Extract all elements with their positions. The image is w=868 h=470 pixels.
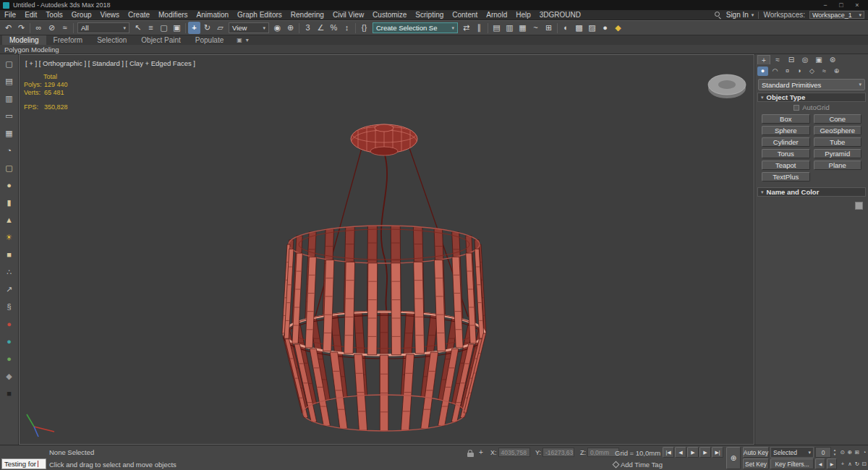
mirror-icon[interactable]: ⇄: [460, 22, 472, 34]
spinner-up-icon[interactable]: ▲: [833, 448, 836, 452]
cone-primitive-icon[interactable]: ▲: [4, 214, 15, 226]
align-icon[interactable]: ∥: [473, 22, 485, 34]
select-and-link-icon[interactable]: ∞: [33, 22, 45, 34]
select-and-scale-icon[interactable]: ▱: [214, 22, 226, 34]
motion-tab[interactable]: ◎: [799, 55, 812, 64]
cameras-category-icon[interactable]: ◗: [794, 67, 805, 76]
tab-modeling[interactable]: Modeling: [2, 35, 46, 45]
x-coordinate-field[interactable]: 4035,758: [498, 448, 530, 457]
redo-icon[interactable]: ↷: [15, 22, 27, 34]
previous-frame-icon[interactable]: ◀: [675, 447, 686, 458]
autogrid-checkbox[interactable]: [793, 105, 799, 111]
red-material-icon[interactable]: ●: [4, 318, 15, 330]
sign-in-button[interactable]: Sign In ▾: [726, 11, 754, 19]
lights-category-icon[interactable]: ¤: [782, 67, 793, 76]
spinner-down-icon[interactable]: ▼: [833, 453, 836, 456]
angle-snap-icon[interactable]: ∠: [315, 22, 327, 34]
menu-scripting[interactable]: Scripting: [411, 10, 448, 20]
gray-diamond-icon[interactable]: ◆: [4, 370, 15, 382]
select-and-move-icon[interactable]: +: [188, 22, 200, 34]
next-frame-icon[interactable]: ▶: [699, 447, 711, 458]
tab-selection[interactable]: Selection: [90, 35, 134, 45]
ribbon-options-caret-icon[interactable]: ▾: [246, 37, 249, 43]
teal-sphere-icon[interactable]: ●: [4, 336, 15, 347]
auto-key-button[interactable]: Auto Key: [743, 447, 769, 458]
curve-editor-icon[interactable]: ~: [529, 22, 542, 34]
dark-swatch-icon[interactable]: ■: [4, 388, 15, 399]
geosphere-button[interactable]: GeoSphere: [814, 126, 862, 135]
walk-through-icon[interactable]: ∧: [846, 458, 854, 469]
space-warps-category-icon[interactable]: ≈: [819, 67, 830, 76]
tab-populate[interactable]: Populate: [188, 35, 231, 45]
undo-icon[interactable]: ↶: [2, 22, 14, 34]
display-tab[interactable]: ▣: [812, 55, 825, 64]
shapes-category-icon[interactable]: ◠: [770, 67, 780, 76]
primitives-dropdown[interactable]: Standard Primitives ▾: [758, 79, 865, 90]
menu-group[interactable]: Group: [67, 10, 96, 20]
create-tab[interactable]: +: [757, 55, 770, 64]
menu-3dground[interactable]: 3DGROUND: [535, 10, 585, 20]
script-listener-overlay[interactable]: Testing for: [1, 458, 46, 469]
previous-key-button[interactable]: ◀: [815, 458, 825, 469]
menu-create[interactable]: Create: [124, 10, 154, 20]
schematic-view-icon[interactable]: ⊞: [542, 22, 555, 34]
next-key-button[interactable]: ▶: [827, 458, 837, 469]
zoom-icon[interactable]: ⊙: [839, 447, 846, 458]
menu-graph-editors[interactable]: Graph Editors: [233, 10, 286, 20]
bone-tool-icon[interactable]: §: [4, 301, 15, 312]
play-icon[interactable]: ▶: [687, 447, 699, 458]
cylinder-primitive-icon[interactable]: ▮: [4, 197, 15, 208]
hierarchy-tab[interactable]: ⊟: [785, 55, 798, 64]
green-helper-icon[interactable]: ●: [4, 353, 15, 364]
tab-object-paint[interactable]: Object Paint: [134, 35, 187, 45]
window-crossing-icon[interactable]: ▣: [171, 22, 183, 34]
set-key-button[interactable]: Set Key: [743, 458, 769, 469]
teapot-button[interactable]: Teapot: [762, 161, 810, 170]
current-frame-field[interactable]: 0: [815, 447, 831, 458]
reference-coordinate-dropdown[interactable]: View▾: [229, 22, 269, 33]
go-to-end-icon[interactable]: ▶|: [712, 447, 723, 458]
named-selection-set-dropdown[interactable]: Create Selection Se▾: [373, 22, 458, 33]
utilities-tab[interactable]: ⊛: [826, 55, 839, 64]
torus-button[interactable]: Torus: [762, 149, 810, 158]
polygon-modeling-panel[interactable]: Polygon Modeling: [4, 46, 59, 54]
unlink-selection-icon[interactable]: ⊘: [46, 22, 58, 34]
y-coordinate-field[interactable]: -16273,63: [542, 448, 574, 457]
menu-animation[interactable]: Animation: [192, 10, 233, 20]
fov-icon[interactable]: ◔: [861, 447, 868, 458]
helpers-category-icon[interactable]: ◇: [807, 67, 817, 76]
textplus-button[interactable]: TextPlus: [762, 172, 810, 181]
pyramid-button[interactable]: Pyramid: [814, 149, 862, 158]
object-color-swatch[interactable]: [855, 202, 863, 210]
geometry-category-icon[interactable]: ●: [757, 67, 768, 76]
menu-views[interactable]: Views: [96, 10, 124, 20]
cone-button[interactable]: Cone: [814, 114, 862, 124]
go-to-start-icon[interactable]: |◀: [663, 447, 674, 458]
snaps-toggle-icon[interactable]: 3: [302, 22, 314, 34]
cylinder-button[interactable]: Cylinder: [762, 137, 810, 147]
frame-spinner[interactable]: ▲ ▼: [832, 447, 838, 458]
menu-rendering[interactable]: Rendering: [286, 10, 328, 20]
percent-snap-icon[interactable]: %: [328, 22, 340, 34]
menu-arnold[interactable]: Arnold: [482, 10, 511, 20]
render-teapot-icon[interactable]: ◆: [612, 22, 624, 34]
scatter-tool-icon[interactable]: ∴: [4, 266, 15, 278]
selection-lock-icon[interactable]: [467, 450, 475, 457]
menu-customize[interactable]: Customize: [368, 10, 411, 20]
rectangular-selection-region-icon[interactable]: ▢: [158, 22, 170, 34]
rendered-frame-window-icon[interactable]: ▨: [586, 22, 598, 34]
edit-named-selection-icon[interactable]: {}: [358, 22, 370, 34]
box-button[interactable]: Box: [762, 114, 810, 124]
display-panel-icon[interactable]: ▥: [4, 93, 15, 104]
selection-filter-dropdown[interactable]: All▾: [77, 22, 129, 33]
viewcube[interactable]: [708, 74, 746, 98]
minimize-button[interactable]: −: [817, 1, 833, 10]
select-region-icon[interactable]: ▢: [4, 58, 15, 69]
scene-explorer-icon[interactable]: ▥: [503, 22, 516, 34]
ribbon-display-toggle-icon[interactable]: ▣: [237, 37, 242, 43]
maximize-viewport-icon[interactable]: ⊡: [861, 458, 868, 469]
viewport[interactable]: [ + ] [ Orthographic ] [ Standard ] [ Cl…: [19, 54, 754, 445]
absolute-mode-icon[interactable]: +: [479, 448, 483, 456]
sphere-button[interactable]: Sphere: [762, 126, 810, 135]
workspace-dropdown[interactable]: Workspace_1 ▾: [809, 11, 864, 19]
